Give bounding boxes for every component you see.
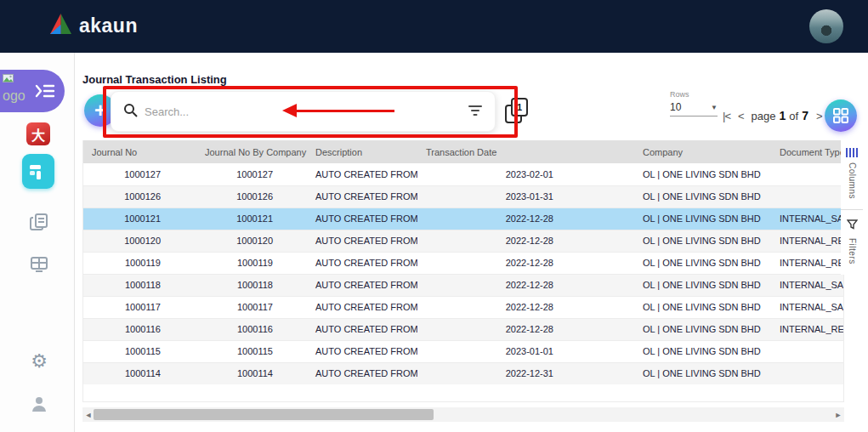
table-cell: OL | ONE LIVING SDN BHD <box>634 362 771 384</box>
brand: akaun <box>49 13 138 38</box>
table-cell: INTERNAL_RECEIPT_ <box>771 318 843 340</box>
table-cell: AUTO CREATED FROM JOURNA... <box>307 274 417 296</box>
current-page: 1 <box>779 109 786 122</box>
table-cell: 1000120 <box>83 230 196 252</box>
column-header[interactable]: Transaction Date <box>417 140 634 163</box>
table-cell: 1000114 <box>196 362 307 384</box>
column-header[interactable]: Document Type <box>771 140 843 163</box>
column-header[interactable]: Description <box>307 140 417 163</box>
table-cell: 2023-01-01 <box>417 340 634 362</box>
table-cell: OL | ONE LIVING SDN BHD <box>634 252 771 274</box>
table-row[interactable]: 10001171000117AUTO CREATED FROM JOURNA..… <box>83 296 843 318</box>
table-row[interactable]: 10001161000116AUTO CREATED FROM JOURNA..… <box>83 318 843 340</box>
main-content: Journal Transaction Listing + 1 Rows 10 … <box>75 53 868 432</box>
total-pages: 7 <box>802 109 808 122</box>
table-cell: 2022-12-28 <box>417 207 634 230</box>
table-footer-space <box>82 384 844 402</box>
red-app-glyph: 大 <box>31 124 45 145</box>
tab-columns-label: Columns <box>848 162 857 199</box>
of-word: of <box>789 110 798 122</box>
table-row[interactable]: 10001181000118AUTO CREATED FROM JOURNA..… <box>83 274 843 296</box>
table-header-row: Journal NoJournal No By CompanyDescripti… <box>83 140 843 163</box>
horizontal-scrollbar[interactable]: ◄ ► <box>82 407 844 422</box>
table-cell: 1000127 <box>83 163 196 185</box>
table-cell: AUTO CREATED FROM MONTH... <box>307 163 417 185</box>
rows-per-page-label: Rows <box>670 90 689 99</box>
journal-table-wrap: Journal NoJournal No By CompanyDescripti… <box>82 140 844 385</box>
rows-per-page-select[interactable]: 10 ▼ <box>670 101 718 117</box>
table-row[interactable]: 10001191000119AUTO CREATED FROM JOURNA..… <box>83 252 843 274</box>
next-page-button[interactable]: > <box>816 110 822 122</box>
table-cell: OL | ONE LIVING SDN BHD <box>634 207 771 230</box>
table-cell: OL | ONE LIVING SDN BHD <box>634 340 771 362</box>
filter-count-badge-icon[interactable]: 1 <box>505 98 528 123</box>
table-cell: 1000115 <box>196 340 307 362</box>
tab-filters-label: Filters <box>848 238 857 264</box>
table-cell: 2022-12-28 <box>417 274 634 296</box>
table-cell: AUTO CREATED FROM MONTH... <box>307 362 417 384</box>
top-header: akaun <box>0 0 868 53</box>
profile-person-icon[interactable] <box>28 393 50 415</box>
app-window: akaun ogo 大 <box>0 0 868 432</box>
table-cell: 2022-12-28 <box>417 230 634 252</box>
scroll-right-arrow-icon[interactable]: ► <box>832 411 844 419</box>
user-avatar[interactable] <box>809 9 843 43</box>
table-cell: AUTO CREATED FROM MONTH... <box>307 340 417 362</box>
table-cell: 1000116 <box>196 318 307 340</box>
table-cell: AUTO CREATED FROM MONTH... <box>307 185 417 207</box>
broken-image-icon <box>3 72 14 88</box>
table-cell: 1000116 <box>83 318 196 340</box>
table-cell: INTERNAL_SALES_C <box>771 207 843 230</box>
table-cell: OL | ONE LIVING SDN BHD <box>634 230 771 252</box>
prev-page-button[interactable]: < <box>738 110 744 122</box>
table-cell: 1000115 <box>83 340 196 362</box>
table-cell: 1000117 <box>196 296 307 318</box>
first-page-button[interactable]: |< <box>723 110 730 122</box>
journal-table: Journal NoJournal No By CompanyDescripti… <box>83 140 843 385</box>
menu-collapse-icon[interactable] <box>34 80 56 102</box>
table-cell: 2023-02-01 <box>417 163 634 185</box>
search-input[interactable] <box>145 105 461 118</box>
grid-view-button[interactable] <box>825 99 857 132</box>
sidebar-item-red-app-icon[interactable]: 大 <box>26 122 50 145</box>
table-cell <box>771 163 843 185</box>
table-cell: 1000127 <box>196 163 307 185</box>
brand-name: akaun <box>79 14 138 37</box>
table-cell: OL | ONE LIVING SDN BHD <box>634 185 771 207</box>
table-cell: 2022-12-31 <box>417 362 634 384</box>
table-cell: INTERNAL_RECEIPT_ <box>771 252 843 274</box>
tab-filters[interactable]: Filters <box>841 210 863 275</box>
filter-count: 1 <box>511 98 528 117</box>
table-cell: 2023-01-31 <box>417 185 634 207</box>
akaun-logo-icon <box>49 13 72 38</box>
search-icon <box>123 103 138 121</box>
column-header[interactable]: Company <box>634 140 771 163</box>
table-row[interactable]: 10001211000121AUTO CREATED FROM JOURNA..… <box>83 207 843 230</box>
settings-gear-icon[interactable]: ⚙ <box>28 350 50 372</box>
table-row[interactable]: 10001201000120AUTO CREATED FROM JOURNA..… <box>83 230 843 252</box>
table-cell <box>771 362 843 384</box>
sidebar-logo-pill[interactable]: ogo <box>0 70 65 112</box>
table-cell: 1000119 <box>83 252 196 274</box>
table-cell: 1000117 <box>83 296 196 318</box>
chevron-down-icon: ▼ <box>711 104 718 111</box>
filter-sort-icon[interactable] <box>468 105 483 117</box>
sidebar-item-copy-icon[interactable] <box>28 211 50 233</box>
table-cell: OL | ONE LIVING SDN BHD <box>634 318 771 340</box>
table-cell: 1000120 <box>196 230 307 252</box>
table-row[interactable]: 10001151000115AUTO CREATED FROM MONTH...… <box>83 340 843 362</box>
table-cell: 1000121 <box>196 207 307 230</box>
table-cell: OL | ONE LIVING SDN BHD <box>634 296 771 318</box>
column-header[interactable]: Journal No By Company <box>196 140 307 163</box>
sidebar-item-table-icon[interactable] <box>28 253 50 276</box>
table-cell: 1000118 <box>196 274 307 296</box>
scrollbar-thumb[interactable] <box>94 409 434 420</box>
table-row[interactable]: 10001271000127AUTO CREATED FROM MONTH...… <box>83 163 843 185</box>
table-row[interactable]: 10001141000114AUTO CREATED FROM MONTH...… <box>83 362 843 384</box>
table-row[interactable]: 10001261000126AUTO CREATED FROM MONTH...… <box>83 185 843 207</box>
sidebar-item-dashboard-icon[interactable] <box>22 154 54 189</box>
tab-columns[interactable]: Columns <box>841 140 863 210</box>
scroll-left-arrow-icon[interactable]: ◄ <box>82 411 94 419</box>
column-header[interactable]: Journal No <box>83 140 196 163</box>
table-cell: 1000126 <box>83 185 196 207</box>
